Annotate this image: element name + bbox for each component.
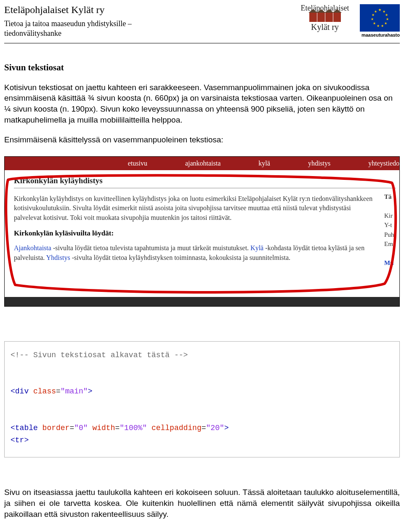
nav-yhteystiedot[interactable]: yhteystiedo [368,160,399,167]
houses-icon [293,13,356,22]
document-subtitle: Tietoa ja taitoa maaseudun yhdistyksille… [4,19,257,39]
code-table-end: > [224,424,229,432]
code-width-attr: width [88,424,115,432]
code-div-end: > [88,387,93,396]
link-kyla[interactable]: Kylä [250,244,263,251]
eu-flag-icon: ★ ★ ★ ★ ★ ★ ★ ★ ★ ★ ★ ★ [360,4,400,32]
code-table-open: <table [11,424,38,432]
side-t: Tä [384,192,400,202]
preview-text-c: -sivulta löydät tietoa kyläyhdistyksen t… [70,254,291,261]
nav-ajankohtaista[interactable]: ajankohtaista [185,160,221,167]
code-class-val: "main" [61,387,88,396]
code-border-attr: border [38,424,70,432]
paragraph-3: Sivu on itseasiassa jaettu taulukolla ka… [4,487,400,519]
organization-name: Eteläpohjalaiset Kylät ry [4,4,257,16]
code-eq: = [56,387,61,396]
code-tr: <tr> [11,436,29,444]
ep-kylat-logo-icon: Eteläpohjalaiset Kylät ry [293,4,356,31]
side-l4: Em [384,239,400,249]
preview-paragraph-1: Kirkonkylän kyläyhdistys on kuvitteellin… [14,194,380,222]
subtitle-line-2: tiedonvälityshanke [4,29,61,37]
side-l1: Kir [384,211,400,221]
header-logos: Eteläpohjalaiset Kylät ry ★ ★ ★ ★ ★ ★ ★ [293,4,400,37]
code-screenshot: <!-- Sivun tekstiosat alkavat tästä --> … [4,341,400,457]
code-width-val: "100%" [120,424,147,432]
document-header: Eteläpohjalaiset Kylät ry Tietoa ja tait… [4,4,400,43]
code-class-attr: class [29,387,56,396]
side-l3: Puh [384,230,400,240]
side-l2: Y-t [384,220,400,230]
paragraph-2: Ensimmäisenä käsittelyssä on vasemmanpuo… [4,134,400,145]
nav-menu-bar: etusivu ajankohtaista kylä yhdistys yhte… [5,157,399,170]
code-div-open: <div [11,387,29,396]
preview-subheading: Kirkonkylän kyläsivuilta löydät: [14,229,396,238]
preview-text-a: -sivulta löydät tietoa tulevista tapahtu… [51,244,250,251]
section-title: Sivun tekstiosat [4,62,400,73]
nav-etusivu[interactable]: etusivu [128,160,147,167]
logo-text-bottom: Kylät ry [293,23,356,31]
link-ajankohtaista[interactable]: Ajankohtaista [14,244,51,251]
code-cellpadding-attr: cellpadding [147,424,202,432]
preview-paragraph-2: Ajankohtaista -sivulta löydät tietoa tul… [14,243,380,262]
link-yhdistys[interactable]: Yhdistys [46,254,70,261]
website-preview-screenshot: etusivu ajankohtaista kylä yhdistys yhte… [4,156,400,307]
code-border-val: "0" [74,424,88,432]
paragraph-1: Kotisivun tekstiosat on jaettu kahteen e… [4,82,400,126]
code-cellpadding-val: "20" [206,424,224,432]
footer-bar [5,297,399,306]
nav-kyla[interactable]: kylä [258,160,270,167]
clipped-sidebar-text: Tä Kir Y-t Puh Em Mu [384,192,400,268]
divider [14,188,396,188]
maaseuturahasto-label: maaseuturahasto [360,32,400,37]
preview-heading: Kirkonkylän kyläyhdistys [14,176,396,185]
subtitle-line-1: Tietoa ja taitoa maaseudun yhdistyksille… [4,19,132,28]
side-mu: Mu [384,258,400,268]
nav-yhdistys[interactable]: yhdistys [308,160,330,167]
code-comment: <!-- Sivun tekstiosat alkavat tästä --> [11,351,188,359]
